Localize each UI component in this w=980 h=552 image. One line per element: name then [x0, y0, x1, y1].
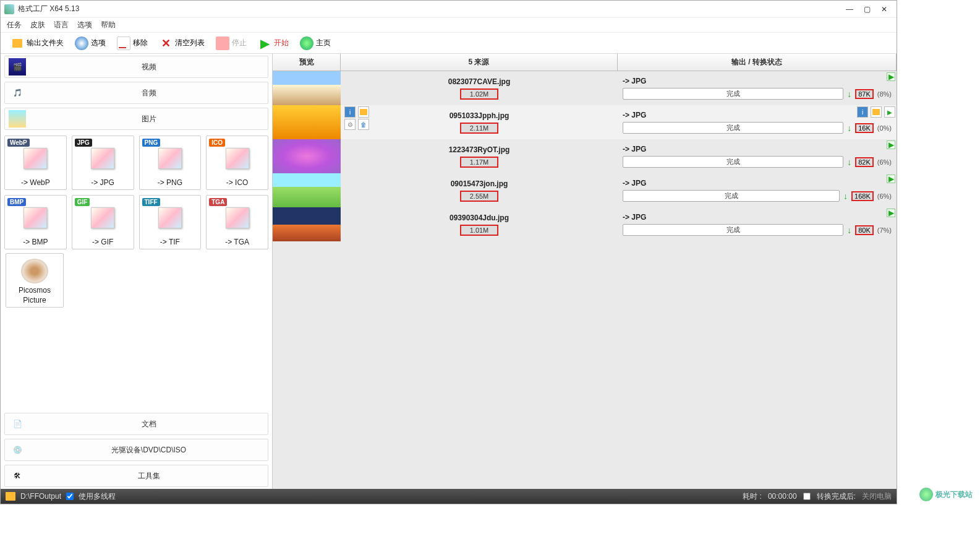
task-row[interactable]: 09390304Jdu.jpg 1.01M ▶ -> JPG 完成 ↓ 80K … — [273, 207, 897, 241]
menu-option[interactable]: 选项 — [77, 20, 92, 30]
compression-pct: (0%) — [877, 124, 892, 132]
maximize-button[interactable]: ▢ — [858, 3, 876, 15]
target-format: -> JPG — [623, 145, 892, 153]
open-folder-icon[interactable] — [871, 106, 882, 118]
menu-skin[interactable]: 皮肤 — [30, 20, 45, 30]
target-format: -> JPG — [623, 77, 892, 85]
homepage-button[interactable]: 主页 — [296, 35, 334, 51]
task-row[interactable]: 0823077CAVE.jpg 1.02M ▶ -> JPG 完成 ↓ 87K … — [273, 71, 897, 105]
after-value[interactable]: 关闭电脑 — [862, 491, 892, 502]
format-badge: BMP — [7, 198, 26, 206]
status-cell: ▶ -> JPG 完成 ↓ 168K (6%) — [618, 173, 897, 207]
format-badge: GIF — [75, 198, 90, 206]
status-cell: i ▶ -> JPG 完成 ↓ 16K (0%) — [618, 105, 897, 139]
close-button[interactable]: ✕ — [876, 3, 893, 15]
multithread-label: 使用多线程 — [79, 491, 116, 502]
menu-help[interactable]: 帮助 — [101, 20, 116, 30]
settings-icon[interactable]: ⚙ — [344, 119, 356, 130]
gear-icon — [75, 37, 88, 50]
format-thumb-icon — [91, 148, 114, 169]
list-body: 0823077CAVE.jpg 1.02M ▶ -> JPG 完成 ↓ 87K … — [273, 71, 897, 489]
task-row[interactable]: 1223473RyOT.jpg 1.17M ▶ -> JPG 完成 ↓ 82K … — [273, 139, 897, 173]
file-size: 1.01M — [460, 225, 499, 236]
task-row[interactable]: 09015473jon.jpg 2.55M ▶ -> JPG 完成 ↓ 168K… — [273, 173, 897, 207]
titlebar: 格式工厂 X64 5.13 — ▢ ✕ — [1, 1, 897, 18]
format-grid: WebP -> WebPJPG -> JPGPNG -> PNGICO -> I… — [1, 132, 272, 253]
output-folder-button[interactable]: 输出文件夹 — [7, 35, 67, 51]
menu-task[interactable]: 任务 — [7, 20, 22, 30]
menu-lang[interactable]: 语言 — [54, 20, 69, 30]
open-folder-icon[interactable] — [358, 106, 369, 118]
play-icon[interactable]: ▶ — [887, 140, 895, 149]
list-header: 预览 5 来源 输出 / 转换状态 — [273, 54, 897, 71]
format-tile-jpg[interactable]: JPG -> JPG — [72, 136, 134, 190]
progress-bar: 完成 — [623, 156, 843, 168]
play-icon[interactable]: ▶ — [884, 106, 895, 118]
target-format: -> JPG — [623, 179, 892, 188]
folder-icon[interactable] — [6, 492, 15, 501]
format-tile-png[interactable]: PNG -> PNG — [139, 136, 202, 190]
format-thumb-icon — [91, 207, 114, 228]
arrow-down-icon: ↓ — [847, 123, 851, 133]
menubar: 任务 皮肤 语言 选项 帮助 — [1, 18, 897, 33]
picosmos-tile[interactable]: Picosmos Picture — [6, 253, 64, 308]
arrow-down-icon: ↓ — [847, 89, 851, 99]
picosmos-icon — [21, 259, 48, 283]
format-badge: TIFF — [142, 198, 160, 206]
progress-bar: 完成 — [623, 190, 840, 202]
col-source[interactable]: 5 来源 — [341, 54, 618, 71]
category-video[interactable]: 🎬 视频 — [4, 56, 268, 78]
compression-pct: (7%) — [877, 226, 892, 234]
file-size: 2.11M — [460, 123, 499, 134]
disc-icon: 💿 — [9, 441, 26, 459]
after-checkbox[interactable] — [803, 493, 811, 500]
delete-icon[interactable]: 🗑 — [358, 119, 369, 130]
format-label: -> TIF — [160, 238, 180, 246]
col-status[interactable]: 输出 / 转换状态 — [618, 54, 897, 71]
play-icon: ▶ — [258, 37, 271, 50]
after-label: 转换完成后: — [817, 491, 856, 502]
target-format: -> JPG — [623, 213, 892, 222]
format-badge: PNG — [142, 139, 161, 147]
progress-bar: 完成 — [623, 88, 843, 100]
app-icon — [4, 4, 14, 14]
info-icon[interactable]: i — [857, 106, 868, 118]
watermark: 极光下载站 — [919, 488, 973, 501]
remove-button[interactable]: 移除 — [113, 35, 151, 51]
category-tools[interactable]: 🛠 工具集 — [4, 465, 268, 487]
task-row[interactable]: i ⚙ 🗑 0951033Jpph.jpg 2.11M i ▶ -> JPG 完… — [273, 105, 897, 139]
col-preview[interactable]: 预览 — [273, 54, 341, 71]
format-tile-tiff[interactable]: TIFF -> TIF — [139, 195, 202, 249]
category-disc[interactable]: 💿 光驱设备\DVD\CD\ISO — [4, 439, 268, 461]
format-label: -> ICO — [226, 178, 249, 187]
category-image[interactable]: 图片 — [4, 108, 268, 130]
minimize-button[interactable]: — — [841, 3, 858, 15]
filename: 0823077CAVE.jpg — [448, 77, 511, 86]
play-icon[interactable]: ▶ — [887, 72, 895, 81]
output-path[interactable]: D:\FFOutput — [20, 492, 61, 501]
play-icon[interactable]: ▶ — [887, 175, 895, 183]
category-document[interactable]: 📄 文档 — [4, 413, 268, 435]
play-icon[interactable]: ▶ — [887, 209, 895, 217]
format-tile-ico[interactable]: ICO -> ICO — [206, 136, 268, 190]
category-audio[interactable]: 🎵 音频 — [4, 82, 268, 104]
status-cell: ▶ -> JPG 完成 ↓ 82K (6%) — [618, 139, 897, 173]
format-tile-tga[interactable]: TGA -> TGA — [206, 195, 268, 249]
format-tile-bmp[interactable]: BMP -> BMP — [4, 195, 67, 249]
thumbnail — [273, 105, 341, 139]
info-icon[interactable]: i — [344, 106, 356, 118]
format-thumb-icon — [158, 207, 182, 228]
clear-list-button[interactable]: ✕ 清空列表 — [155, 35, 208, 51]
source-cell: 09390304Jdu.jpg 1.01M — [341, 207, 618, 241]
multithread-checkbox[interactable] — [66, 493, 74, 500]
options-button[interactable]: 选项 — [71, 35, 109, 51]
source-cell: 09015473jon.jpg 2.55M — [341, 173, 618, 207]
start-button[interactable]: ▶ 开始 — [254, 35, 292, 51]
format-tile-gif[interactable]: GIF -> GIF — [72, 195, 134, 249]
format-thumb-icon — [158, 148, 182, 169]
elapsed-label: 耗时 : — [743, 491, 762, 502]
file-size: 1.17M — [460, 157, 499, 168]
format-tile-webp[interactable]: WebP -> WebP — [4, 136, 67, 190]
stop-button[interactable]: 停止 — [212, 35, 250, 51]
main-panel: 预览 5 来源 输出 / 转换状态 0823077CAVE.jpg 1.02M … — [273, 54, 897, 489]
